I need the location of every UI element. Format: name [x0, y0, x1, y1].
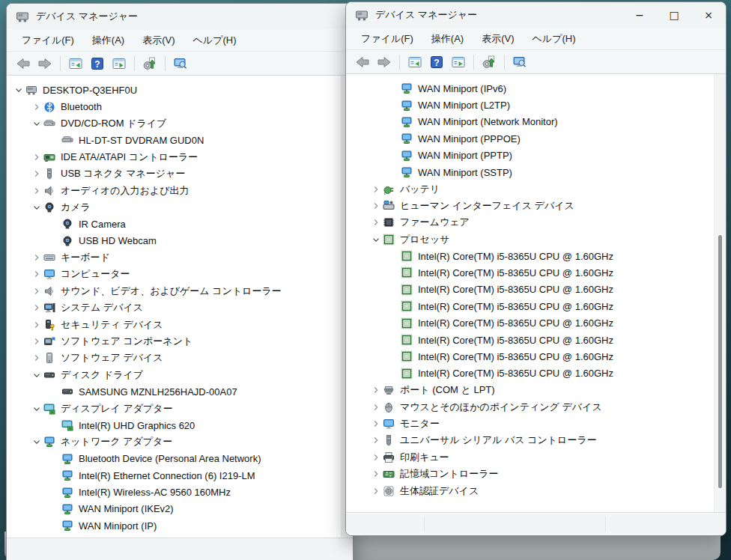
show-console-tree-button[interactable] [67, 55, 85, 73]
tree-item[interactable]: ディスク ドライブ [7, 367, 353, 383]
menu-item[interactable]: ファイル(F) [13, 34, 83, 47]
tree-item[interactable]: ユニバーサル シリアル バス コントローラー [346, 432, 726, 448]
tree-item[interactable]: 印刷キュー [346, 449, 726, 466]
tree-item[interactable]: USB コネクタ マネージャー [7, 165, 353, 182]
tree-item[interactable]: WAN Miniport (Network Monitor) [346, 114, 726, 130]
chevron-right-icon[interactable] [31, 268, 43, 280]
tree-item[interactable]: Intel(R) Ethernet Connection (6) I219-LM [7, 467, 353, 484]
device-manager-view-button[interactable] [511, 53, 529, 71]
forward-arrow-button[interactable] [36, 55, 54, 73]
chevron-down-icon[interactable] [31, 436, 43, 448]
tree-item[interactable]: DESKTOP-Q3EHF0U [7, 82, 353, 98]
tree-item[interactable]: SAMSUNG MZNLH256HAJD-00A07 [7, 383, 353, 400]
menu-item[interactable]: ファイル(F) [352, 32, 422, 46]
chevron-right-icon[interactable] [31, 151, 43, 163]
scrollbar-track[interactable] [714, 74, 726, 512]
tree-item[interactable]: Intel(R) Core(TM) i5-8365U CPU @ 1.60GHz [346, 248, 726, 264]
device-manager-view-button[interactable] [172, 55, 189, 73]
chevron-right-icon[interactable] [31, 319, 43, 331]
chevron-right-icon[interactable] [370, 200, 382, 212]
tree-item[interactable]: ディスプレイ アダプター [7, 400, 353, 416]
tree-item[interactable]: WAN Miniport (L2TP) [346, 97, 726, 113]
chevron-down-icon[interactable] [370, 234, 382, 246]
tree-item[interactable]: ソフトウェア コンポーネント [7, 333, 353, 350]
tree-item[interactable]: Bluetooth [7, 98, 353, 115]
tree-item[interactable]: WAN Miniport (SSTP) [346, 164, 726, 180]
menu-item[interactable]: 操作(A) [83, 34, 133, 47]
tree-item[interactable]: オーディオの入力および出力 [7, 182, 353, 198]
help-button[interactable]: ? [88, 55, 106, 73]
tree-item[interactable]: 生体認証デバイス [346, 482, 726, 499]
tree-item[interactable]: WAN Miniport (IPv6) [346, 80, 726, 97]
titlebar[interactable]: デバイス マネージャー − □ × [346, 2, 726, 28]
tree-item[interactable]: Intel(R) Core(TM) i5-8365U CPU @ 1.60GHz [346, 264, 726, 281]
minimize-button[interactable]: − [622, 2, 657, 28]
tree-item[interactable]: WAN Miniport (IKEv2) [7, 501, 353, 517]
tree-item[interactable]: Intel(R) Wireless-AC 9560 160MHz [7, 484, 353, 500]
chevron-down-icon[interactable] [13, 84, 25, 96]
chevron-right-icon[interactable] [31, 302, 43, 314]
maximize-button[interactable]: □ [657, 2, 691, 28]
tree-item[interactable]: IR Camera [7, 216, 353, 232]
chevron-right-icon[interactable] [370, 451, 382, 463]
scan-hardware-changes-button[interactable] [141, 55, 159, 73]
tree-item[interactable]: モニター [346, 416, 726, 432]
chevron-right-icon[interactable] [370, 468, 382, 480]
tree-item[interactable]: WAN Miniport (PPTP) [346, 147, 726, 164]
tree-item[interactable]: Intel(R) UHD Graphics 620 [7, 417, 353, 433]
tree-item[interactable]: システム デバイス [7, 299, 353, 316]
chevron-down-icon[interactable] [31, 369, 43, 381]
chevron-down-icon[interactable] [31, 201, 43, 213]
tree-item[interactable]: Intel(R) Core(TM) i5-8365U CPU @ 1.60GHz [346, 314, 726, 331]
chevron-right-icon[interactable] [31, 168, 43, 180]
show-console-tree-button[interactable] [406, 53, 424, 71]
chevron-right-icon[interactable] [31, 185, 43, 197]
tree-item[interactable]: WAN Miniport (PPPOE) [346, 130, 726, 147]
scan-hardware-changes-button[interactable] [480, 53, 498, 71]
tree-item[interactable]: Intel(R) Core(TM) i5-8365U CPU @ 1.60GHz [346, 332, 726, 348]
help-button[interactable]: ? [428, 53, 446, 71]
chevron-right-icon[interactable] [370, 401, 382, 413]
chevron-right-icon[interactable] [370, 216, 382, 228]
show-action-pane-button[interactable] [110, 55, 128, 73]
tree-item[interactable]: ファームウェア [346, 214, 726, 231]
tree-item[interactable]: HL-DT-ST DVDRAM GUD0N [7, 132, 353, 148]
tree-item[interactable]: IDE ATA/ATAPI コントローラー [7, 149, 353, 165]
menu-item[interactable]: 表示(V) [473, 32, 523, 46]
tree-item[interactable]: USB HD Webcam [7, 233, 353, 249]
tree-item[interactable]: Intel(R) Core(TM) i5-8365U CPU @ 1.60GHz [346, 348, 726, 365]
chevron-right-icon[interactable] [31, 352, 43, 364]
tree-item[interactable]: ヒューマン インターフェイス デバイス [346, 198, 726, 214]
close-button[interactable]: × [691, 2, 726, 28]
chevron-right-icon[interactable] [370, 418, 382, 430]
tree-item[interactable]: キーボード [7, 249, 353, 266]
tree-item[interactable]: ポート (COM と LPT) [346, 382, 726, 398]
tree-item[interactable]: DVD/CD-ROM ドライブ [7, 115, 353, 132]
chevron-right-icon[interactable] [31, 101, 43, 113]
tree-item[interactable]: マウスとそのほかのポインティング デバイス [346, 398, 726, 415]
scrollbar-thumb[interactable] [718, 235, 722, 488]
chevron-right-icon[interactable] [370, 384, 382, 396]
menu-item[interactable]: 表示(V) [133, 34, 183, 47]
forward-arrow-button[interactable] [375, 53, 393, 71]
menu-item[interactable]: 操作(A) [422, 32, 473, 46]
tree-item[interactable]: サウンド、ビデオ、およびゲーム コントローラー [7, 283, 353, 299]
titlebar[interactable]: デバイス マネージャー [7, 4, 353, 29]
back-arrow-button[interactable] [354, 53, 371, 71]
tree-item[interactable]: 記憶域コントローラー [346, 466, 726, 482]
tree-item[interactable]: Intel(R) Core(TM) i5-8365U CPU @ 1.60GHz [346, 281, 726, 298]
show-action-pane-button[interactable] [449, 53, 467, 71]
tree-item[interactable]: Bluetooth Device (Personal Area Network) [7, 451, 353, 467]
tree-item[interactable]: ソフトウェア デバイス [7, 350, 353, 366]
tree-item[interactable]: プロセッサ [346, 231, 726, 248]
menu-item[interactable]: ヘルプ(H) [184, 34, 246, 47]
chevron-right-icon[interactable] [31, 252, 43, 264]
tree-item[interactable]: ネットワーク アダプター [7, 433, 353, 450]
chevron-right-icon[interactable] [370, 434, 382, 446]
tree-item[interactable]: カメラ [7, 199, 353, 216]
chevron-down-icon[interactable] [31, 118, 43, 130]
tree-item[interactable]: セキュリティ デバイス [7, 316, 353, 332]
menu-item[interactable]: ヘルプ(H) [524, 32, 585, 46]
tree-item[interactable]: Intel(R) Core(TM) i5-8365U CPU @ 1.60GHz [346, 365, 726, 382]
chevron-right-icon[interactable] [370, 183, 382, 195]
